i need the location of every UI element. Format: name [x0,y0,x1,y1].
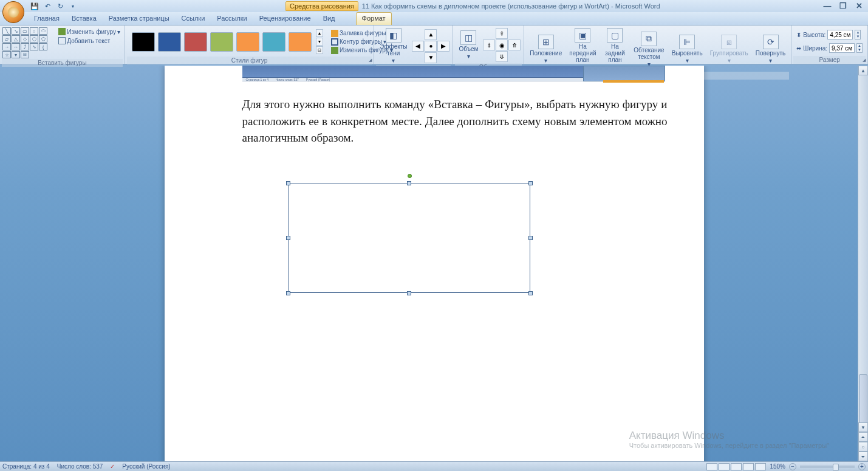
tilt-down-icon[interactable]: ⤋ [496,51,508,62]
qat-dropdown-icon[interactable]: ▼ [67,1,78,11]
style-black[interactable] [132,32,155,52]
tab-view[interactable]: Вид [317,12,341,25]
position-button[interactable]: ⊞Положение▾ [526,27,566,72]
tab-review[interactable]: Рецензирование [253,12,317,25]
embedded-screenshot: Страница 1 из 4Число слов: 537Русский (Р… [242,66,665,84]
text-wrap-button[interactable]: ⧉Обтекание текстом▾ [630,27,668,72]
scroll-down-icon[interactable]: ▼ [858,422,868,432]
tab-format[interactable]: Формат [356,12,392,25]
style-blue[interactable] [158,32,181,52]
gallery-up-icon[interactable]: ▲ [316,29,323,37]
tilt-up-icon[interactable]: ⤉ [496,28,508,39]
width-label: Ширина: [803,45,827,52]
send-back-button[interactable]: ▢На задний план▾ [600,27,630,72]
gallery-down-icon[interactable]: ▼ [316,38,323,46]
zoom-out-icon[interactable]: − [789,463,796,470]
shadow-toggle-icon[interactable]: ● [425,41,437,52]
tab-insert[interactable]: Вставка [66,12,103,25]
gallery-more-icon[interactable]: ⊟ [316,46,323,54]
resize-handle-tl[interactable] [286,181,290,185]
view-outline-icon[interactable] [743,463,754,470]
view-web-icon[interactable] [731,463,742,470]
wrap-icon: ⧉ [641,32,657,46]
width-input[interactable] [829,43,855,53]
style-orange[interactable] [236,32,259,52]
office-button[interactable] [2,1,24,23]
height-spinner[interactable]: ▲▼ [855,30,861,40]
resize-handle-ml[interactable] [286,236,290,240]
redo-icon[interactable]: ↻ [55,1,66,11]
resize-handle-mr[interactable] [528,236,533,240]
zoom-level[interactable]: 150% [770,463,785,470]
resize-handle-tr[interactable] [528,181,533,185]
tab-home[interactable]: Главная [28,12,66,25]
vertical-scrollbar[interactable]: ▲ ▼ ⏶ ○ ⏷ [858,66,868,461]
style-orange2[interactable] [289,32,312,52]
page[interactable]: Страница 1 из 4Число слов: 537Русский (Р… [165,66,704,461]
minimize-button[interactable]: — [821,1,834,10]
next-page-icon[interactable]: ⏷ [858,452,868,461]
undo-icon[interactable]: ↶ [42,1,53,11]
front-icon: ▣ [575,28,590,43]
group-button[interactable]: ⧇Группировать▾ [706,27,752,72]
resize-handle-br[interactable] [528,291,533,295]
group-icon: ⧇ [721,35,737,49]
width-spinner[interactable]: ▲▼ [856,43,863,53]
zoom-in-icon[interactable]: + [858,463,866,470]
3d-effects-button[interactable]: ◫ Объем▾ [455,27,482,63]
rotation-handle[interactable] [408,174,412,178]
height-input[interactable] [827,30,853,40]
scroll-up-icon[interactable]: ▲ [858,66,868,75]
shadow-right-icon[interactable]: ▶ [437,41,449,52]
resize-handle-bm[interactable] [407,291,411,295]
height-icon: ⬍ [796,32,801,38]
edit-shape-button[interactable]: Изменить фигуру ▾ [58,27,121,36]
tab-mailings[interactable]: Рассылки [211,12,253,25]
tilt-right-icon[interactable]: ⤊ [508,40,521,50]
proofing-icon[interactable]: ✓ [110,463,115,470]
style-teal[interactable] [262,32,285,52]
selected-rectangle-shape[interactable] [289,184,530,293]
browse-object-icon[interactable]: ○ [858,442,868,452]
maximize-button[interactable]: ❐ [836,1,850,10]
shadow-up-icon[interactable]: ▲ [425,29,437,40]
shapes-gallery[interactable]: ╲↘▭○⬭▱ △◇⬡⬠→↔ ⤴∿{☆▾⊟ [2,27,56,59]
tilt-toggle-icon[interactable]: ◉ [496,40,508,50]
dialog-launcher-size[interactable]: ◢ [861,57,867,63]
document-area[interactable]: Страница 1 из 4Число слов: 537Русский (Р… [0,66,868,461]
group-size: ⬍ Высота: ▲▼ ⬌ Ширина: ▲▼ Размер ◢ [791,26,868,64]
save-icon[interactable]: 💾 [29,1,40,11]
view-draft-icon[interactable] [755,463,766,470]
tab-references[interactable]: Ссылки [176,12,211,25]
position-icon: ⊞ [538,35,554,49]
shadow-left-icon[interactable]: ◀ [412,41,424,52]
group-label-styles: Стили фигур [127,57,372,64]
shadow-effects-button[interactable]: ◧ Эффекты тени▾ [376,27,411,65]
shadow-down-icon[interactable]: ▼ [425,52,437,63]
language-indicator[interactable]: Русский (Россия) [122,463,170,470]
view-print-layout-icon[interactable] [706,463,717,470]
word-count[interactable]: Число слов: 537 [57,463,103,470]
add-text-button[interactable]: Добавить текст [58,36,121,45]
zoom-slider[interactable] [800,466,855,468]
paragraph-text[interactable]: Для этого нужно выполнить команду «Встав… [242,96,668,146]
tab-layout[interactable]: Разметка страницы [103,12,176,25]
resize-handle-tm[interactable] [407,181,411,185]
bring-front-button[interactable]: ▣На передний план▾ [566,27,600,72]
style-red[interactable] [184,32,207,52]
tilt-left-icon[interactable]: ⤈ [483,40,495,50]
statusbar: Страница: 4 из 4 Число слов: 537 ✓ Русск… [0,461,868,471]
close-button[interactable]: ✕ [852,1,866,10]
page-indicator[interactable]: Страница: 4 из 4 [2,463,50,470]
dialog-launcher-styles[interactable]: ◢ [367,57,373,63]
style-green[interactable] [210,32,233,52]
view-reading-icon[interactable] [719,463,730,470]
quick-access-toolbar: 💾 ↶ ↻ ▼ [29,0,78,12]
shadow-icon: ◧ [386,28,402,43]
align-button[interactable]: ⊫Выровнять▾ [668,27,706,72]
rotate-button[interactable]: ⟳Повернуть▾ [752,27,789,72]
shape-styles-gallery[interactable]: ▲ ▼ ⊟ [127,27,328,57]
document-title: 11 Как оформить схемы в дипломном проект… [362,2,660,10]
resize-handle-bl[interactable] [286,291,290,295]
prev-page-icon[interactable]: ⏶ [858,432,868,442]
